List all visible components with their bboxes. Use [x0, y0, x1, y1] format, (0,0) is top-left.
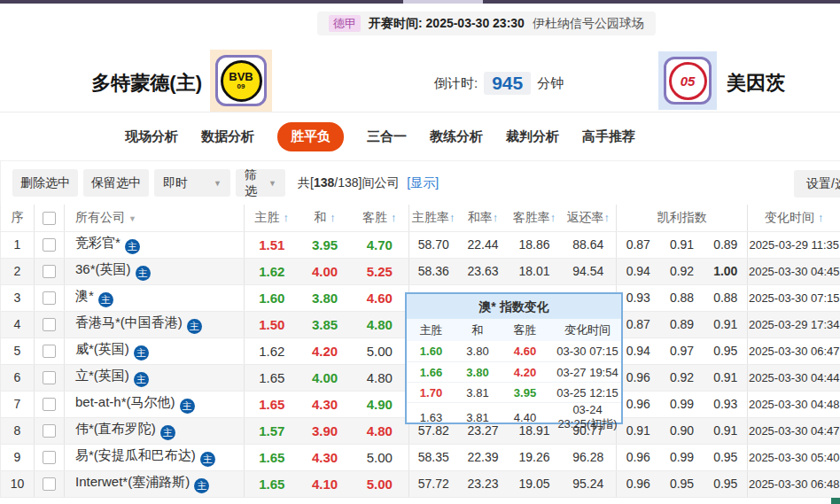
company-name[interactable]: 澳* — [75, 288, 94, 303]
bvb-text: BVB — [229, 72, 253, 82]
home-odds: 1.65 — [245, 470, 299, 497]
delete-selected-button[interactable]: 删除选中 — [12, 169, 78, 197]
tab-胜平负[interactable]: 胜平负 — [277, 122, 344, 151]
row-checkbox[interactable] — [43, 477, 56, 491]
table-row[interactable]: 236*(英国)主1.624.005.2558.3623.6318.0194.5… — [1, 258, 840, 284]
company-cell[interactable]: 立*(英国)主 — [65, 364, 245, 391]
popup-history-row: 1.603.804.6003-30 07:15 — [407, 341, 621, 361]
company-name[interactable]: 立*(英国) — [75, 368, 129, 383]
company-name[interactable]: Interwet*(塞浦路斯) — [75, 474, 190, 489]
header-draw-rate[interactable]: 和率↑ — [458, 205, 509, 231]
count-suffix: /138]间公司 — [334, 175, 399, 190]
popup-home-odds: 1.66 — [407, 366, 455, 379]
tab-教练分析[interactable]: 教练分析 — [430, 128, 483, 145]
company-name[interactable]: 竞彩官* — [75, 235, 121, 250]
header-away-rate[interactable]: 客胜率↑ — [509, 205, 561, 231]
away-odds: 5.00 — [351, 444, 409, 470]
away-odds: 4.80 — [351, 364, 409, 391]
countdown-label: 倒计时: — [434, 75, 478, 92]
return-rate: 95.24 — [561, 470, 617, 497]
away-odds: 5.25 — [351, 258, 409, 284]
popup-away-odds: 4.20 — [500, 366, 550, 379]
tab-三合一[interactable]: 三合一 — [367, 128, 407, 145]
popup-change-time: 03-24 23:25(初指) — [550, 403, 625, 432]
header-select-all — [35, 205, 65, 231]
row-checkbox[interactable] — [43, 371, 56, 384]
popup-header-row: 主胜 和 客胜 变化时间 — [407, 319, 621, 341]
table-row[interactable]: 9易*(安提瓜和巴布达)主1.654.305.0058.3522.3919.26… — [1, 444, 840, 470]
change-time: 2025-03-30 06:47 — [748, 337, 840, 364]
home-odds: 1.60 — [245, 284, 299, 311]
home-rate: 57.72 — [409, 470, 458, 497]
filter-dropdown[interactable]: 筛选 ▼ — [236, 169, 285, 197]
header-change-time[interactable]: 变化时间 ↑ — [748, 205, 840, 231]
header-away-label: 客胜 — [362, 210, 387, 224]
company-name[interactable]: 伟*(直布罗陀) — [75, 421, 156, 436]
tab-裁判分析[interactable]: 裁判分析 — [506, 128, 559, 145]
header-seq: 序 — [1, 205, 35, 231]
company-name[interactable]: 威*(英国) — [75, 341, 129, 356]
host-badge-icon: 主 — [125, 239, 140, 254]
company-cell[interactable]: 香港马*(中国香港)主 — [65, 311, 245, 337]
bvb-sub-text: 09 — [237, 82, 245, 90]
company-name[interactable]: 香港马*(中国香港) — [75, 314, 183, 330]
home-odds: 1.65 — [245, 391, 299, 417]
tab-数据分析[interactable]: 数据分析 — [201, 128, 254, 145]
count-number: 138 — [314, 175, 334, 190]
tab-bar: 现场分析数据分析胜平负三合一教练分析裁判分析高手推荐 — [0, 112, 840, 160]
company-cell[interactable]: 威*(英国)主 — [65, 337, 245, 364]
kelly-1: 0.94 — [617, 258, 660, 284]
row-checkbox[interactable] — [43, 318, 56, 331]
header-draw-odds[interactable]: 和 ↑ — [299, 205, 351, 231]
table-row[interactable]: 10Interwet*(塞浦路斯)主1.654.105.0057.7223.23… — [1, 470, 840, 497]
header-draw-label: 和 — [314, 210, 326, 224]
header-company[interactable]: 所有公司 ▼ — [65, 205, 245, 231]
kickoff-info-bar: 德甲 开赛时间: 2025-03-30 23:30 伊杜纳信号公园球场 — [317, 12, 656, 35]
host-badge-icon: 主 — [98, 292, 113, 307]
sort-asc-icon: ↑ — [493, 211, 499, 224]
settings-button[interactable]: 设置/选择 — [794, 170, 840, 198]
row-checkbox[interactable] — [43, 265, 56, 278]
company-cell[interactable]: bet-at-h*(马尔他)主 — [65, 391, 245, 417]
header-home-rate[interactable]: 主胜率↑ — [409, 205, 458, 231]
row-checkbox[interactable] — [43, 424, 56, 438]
keep-selected-button[interactable]: 保留选中 — [83, 169, 149, 197]
company-cell[interactable]: 36*(英国)主 — [65, 258, 245, 284]
row-select-cell — [35, 417, 65, 444]
instant-odds-dropdown[interactable]: 即时 ▼ — [154, 169, 230, 197]
away-odds: 4.70 — [351, 231, 409, 258]
popup-draw-odds: 3.80 — [455, 345, 500, 358]
kelly-2: 0.95 — [660, 470, 704, 497]
header-away-odds[interactable]: 客胜 ↑ — [351, 205, 409, 231]
table-row[interactable]: 1竞彩官*主1.513.954.7058.7022.4418.8688.640.… — [1, 231, 840, 258]
select-all-checkbox[interactable] — [43, 212, 56, 225]
draw-odds: 3.80 — [299, 284, 351, 311]
show-link[interactable]: [显示] — [407, 175, 439, 190]
company-cell[interactable]: 易*(安提瓜和巴布达)主 — [65, 444, 245, 470]
host-badge-icon: 主 — [194, 478, 209, 493]
tab-高手推荐[interactable]: 高手推荐 — [582, 128, 635, 145]
row-checkbox[interactable] — [43, 345, 56, 358]
header-away-rate-label: 客胜率 — [513, 210, 550, 224]
company-name[interactable]: bet-at-h*(马尔他) — [75, 394, 175, 409]
header-return-rate[interactable]: 返还率↑ — [561, 205, 617, 231]
company-cell[interactable]: 伟*(直布罗陀)主 — [65, 417, 245, 444]
company-cell[interactable]: 竞彩官*主 — [65, 231, 245, 258]
popup-rows: 1.603.804.6003-30 07:151.663.804.2003-27… — [407, 341, 621, 423]
kickoff-time: 2025-03-30 23:30 — [426, 16, 525, 30]
company-cell[interactable]: 澳*主 — [65, 284, 245, 311]
company-name[interactable]: 易*(安提瓜和巴布达) — [75, 447, 196, 462]
draw-odds: 3.95 — [299, 231, 351, 258]
row-select-cell — [35, 311, 65, 337]
company-name[interactable]: 36*(英国) — [75, 261, 131, 276]
header-home-odds[interactable]: 主胜 ↑ — [245, 205, 299, 231]
tab-现场分析[interactable]: 现场分析 — [125, 128, 178, 145]
company-cell[interactable]: Interwet*(塞浦路斯)主 — [65, 470, 245, 497]
row-checkbox[interactable] — [43, 238, 56, 252]
row-checkbox[interactable] — [43, 398, 56, 411]
row-checkbox[interactable] — [43, 451, 56, 464]
row-checkbox[interactable] — [43, 291, 56, 305]
away-logo-frame: 05 — [664, 57, 712, 105]
popup-draw-odds: 3.81 — [455, 411, 500, 424]
header-draw-rate-label: 和率 — [468, 210, 493, 224]
